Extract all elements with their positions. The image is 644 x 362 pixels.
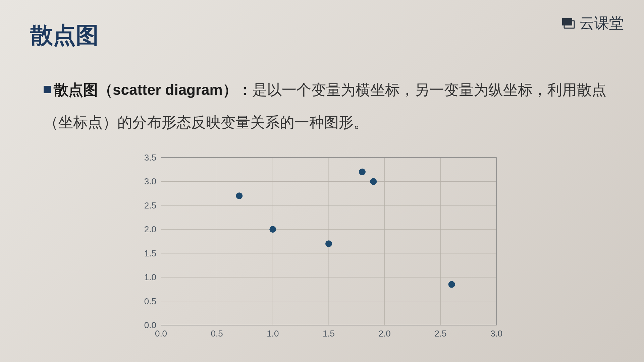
- svg-text:2.5: 2.5: [144, 200, 156, 210]
- svg-text:0.0: 0.0: [155, 328, 167, 339]
- svg-text:3.0: 3.0: [490, 328, 502, 339]
- svg-text:1.0: 1.0: [267, 328, 279, 339]
- scatter-chart: 0.00.51.01.52.02.53.03.50.00.51.01.52.02…: [134, 154, 510, 342]
- page-title: 散点图: [30, 20, 99, 51]
- svg-text:0.5: 0.5: [144, 296, 156, 306]
- data-point: [269, 226, 276, 233]
- data-point: [236, 192, 243, 199]
- svg-text:1.0: 1.0: [144, 272, 156, 282]
- svg-text:1.5: 1.5: [323, 328, 335, 339]
- svg-text:0.5: 0.5: [211, 328, 223, 339]
- description-text: 散点图（scatter diagram）：是以一个变量为横坐标，另一变量为纵坐标…: [44, 74, 610, 139]
- chart-svg: 0.00.51.01.52.02.53.03.50.00.51.01.52.02…: [134, 154, 510, 342]
- svg-text:2.0: 2.0: [379, 328, 391, 339]
- data-point: [359, 169, 366, 175]
- svg-text:3.5: 3.5: [144, 154, 156, 163]
- data-point: [448, 281, 455, 288]
- data-point: [370, 178, 377, 185]
- svg-text:2.0: 2.0: [144, 224, 156, 234]
- brand-text: 云课堂: [580, 13, 624, 33]
- svg-text:1.5: 1.5: [144, 248, 156, 258]
- svg-text:3.0: 3.0: [144, 176, 156, 186]
- cloud-classroom-icon: [561, 16, 576, 31]
- header-brand: 云课堂: [561, 13, 624, 33]
- svg-text:2.5: 2.5: [434, 328, 446, 339]
- bullet-icon: [44, 86, 51, 93]
- definition-term: 散点图（scatter diagram）：: [54, 81, 252, 98]
- data-point: [325, 240, 332, 247]
- svg-text:0.0: 0.0: [144, 320, 156, 330]
